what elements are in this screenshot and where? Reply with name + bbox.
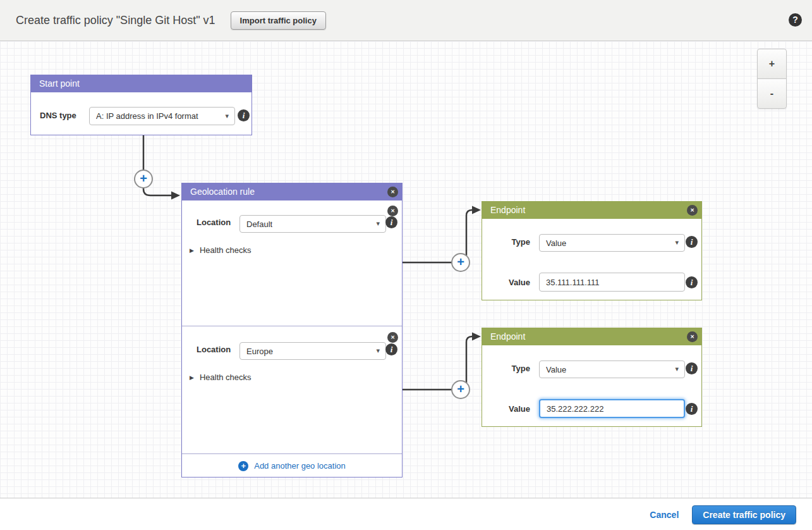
- location-select-europe[interactable]: Europe ▾: [239, 342, 386, 360]
- chevron-down-icon: ▾: [225, 111, 229, 120]
- close-icon[interactable]: ✕: [387, 206, 398, 216]
- import-traffic-policy-button[interactable]: Import traffic policy: [231, 11, 326, 30]
- health-checks-label: Health checks: [200, 245, 251, 255]
- dns-type-value: A: IP address in IPv4 format: [96, 111, 198, 121]
- location-value: Default: [246, 219, 272, 229]
- endpoint-type-select[interactable]: Value ▾: [539, 234, 685, 252]
- location-label: Location: [197, 345, 231, 354]
- zoom-out-button[interactable]: -: [757, 78, 787, 109]
- geo-section-default: ✕ Location Default ▾ i ▶ Health checks: [182, 200, 402, 326]
- cancel-link[interactable]: Cancel: [650, 510, 679, 520]
- help-icon[interactable]: ?: [789, 13, 802, 27]
- endpoint-type-value: Value: [546, 365, 566, 374]
- plus-icon: +: [457, 383, 464, 395]
- geolocation-rule-title: Geolocation rule: [190, 187, 255, 197]
- policy-canvas[interactable]: + - Start point DNS type A: IP address i…: [0, 41, 812, 498]
- geolocation-rule-node: Geolocation rule ✕ ✕ Location Default ▾ …: [181, 183, 403, 478]
- endpoint-header: Endpoint ✕: [482, 328, 701, 345]
- plus-circle-icon: +: [238, 461, 248, 471]
- endpoint-node-2: Endpoint ✕ Type Value ▾ i Value i: [482, 328, 702, 427]
- endpoint-type-select[interactable]: Value ▾: [539, 361, 685, 378]
- health-checks-toggle[interactable]: ▶ Health checks: [190, 245, 251, 255]
- endpoint-title: Endpoint: [490, 331, 525, 342]
- endpoint-value-info-icon[interactable]: i: [686, 276, 698, 288]
- add-endpoint-connector-button-1[interactable]: +: [451, 253, 470, 272]
- chevron-down-icon: ▾: [675, 238, 679, 247]
- plus-icon: +: [457, 256, 464, 268]
- chevron-down-icon: ▾: [376, 219, 380, 228]
- endpoint-value-label: Value: [495, 278, 530, 287]
- close-icon[interactable]: ✕: [387, 187, 398, 197]
- health-checks-label: Health checks: [200, 373, 251, 382]
- add-geo-location-label: Add another geo location: [254, 461, 346, 471]
- endpoint-title: Endpoint: [490, 205, 525, 215]
- start-point-node: Start point DNS type A: IP address in IP…: [30, 75, 252, 135]
- endpoint-value-info-icon[interactable]: i: [686, 403, 698, 415]
- geolocation-rule-header: Geolocation rule ✕: [182, 183, 402, 200]
- add-geo-location-button[interactable]: + Add another geo location: [182, 453, 402, 478]
- endpoint-value-label: Value: [495, 404, 530, 414]
- dns-type-info-icon[interactable]: i: [238, 109, 250, 121]
- endpoint-node-1: Endpoint ✕ Type Value ▾ i Value i: [482, 201, 702, 300]
- canvas-zoom-controls: + -: [757, 49, 787, 109]
- endpoint-type-value: Value: [546, 238, 566, 248]
- chevron-down-icon: ▾: [376, 347, 380, 355]
- health-checks-toggle[interactable]: ▶ Health checks: [190, 373, 251, 382]
- add-rule-connector-button[interactable]: +: [134, 169, 153, 188]
- zoom-in-button[interactable]: +: [757, 49, 787, 79]
- location-info-icon[interactable]: i: [385, 216, 397, 228]
- dns-type-select[interactable]: A: IP address in IPv4 format ▾: [89, 107, 235, 125]
- start-point-header: Start point: [31, 75, 251, 92]
- bottom-action-bar: Cancel Create traffic policy: [0, 499, 812, 530]
- triangle-right-icon: ▶: [190, 247, 194, 254]
- add-endpoint-connector-button-2[interactable]: +: [451, 380, 470, 399]
- endpoint-type-label: Type: [495, 364, 530, 373]
- endpoint-header: Endpoint ✕: [482, 202, 701, 219]
- endpoint-value-input[interactable]: [539, 273, 685, 292]
- dns-type-label: DNS type: [40, 111, 76, 120]
- chevron-down-icon: ▾: [675, 365, 679, 373]
- endpoint-type-label: Type: [495, 237, 530, 247]
- endpoint-type-info-icon[interactable]: i: [686, 236, 698, 248]
- start-point-title: Start point: [39, 78, 80, 89]
- endpoint-type-info-icon[interactable]: i: [686, 362, 698, 374]
- location-select-default[interactable]: Default ▾: [239, 215, 386, 233]
- close-icon[interactable]: ✕: [687, 331, 698, 342]
- triangle-right-icon: ▶: [190, 374, 194, 381]
- location-value: Europe: [246, 347, 273, 356]
- traffic-policy-editor: Create traffic policy "Single Git Host" …: [0, 0, 812, 530]
- plus-icon: +: [140, 172, 147, 185]
- location-label: Location: [197, 218, 231, 227]
- top-bar: Create traffic policy "Single Git Host" …: [0, 0, 812, 41]
- page-title: Create traffic policy "Single Git Host" …: [16, 14, 215, 27]
- location-info-icon[interactable]: i: [385, 343, 397, 355]
- close-icon[interactable]: ✕: [387, 332, 398, 343]
- endpoint-value-input-focused[interactable]: [539, 399, 685, 418]
- create-traffic-policy-button[interactable]: Create traffic policy: [692, 505, 796, 524]
- close-icon[interactable]: ✕: [687, 205, 698, 216]
- geo-section-europe: ✕ Location Europe ▾ i ▶ Health checks: [182, 326, 402, 453]
